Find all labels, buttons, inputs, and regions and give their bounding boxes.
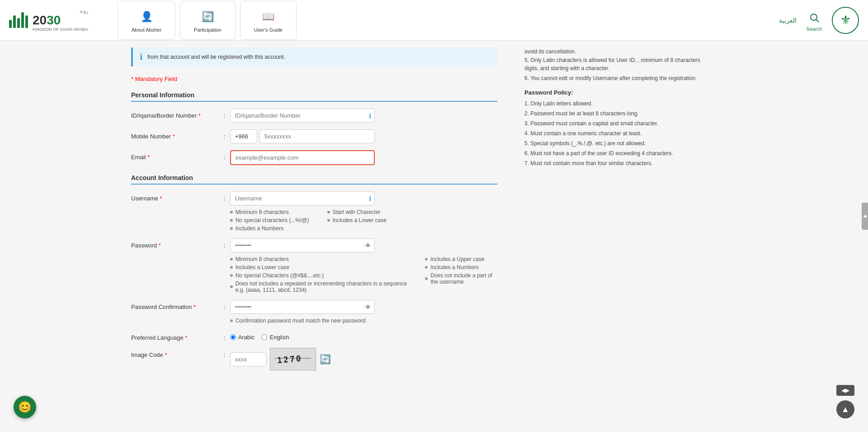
pwd-hint-min8: Minimum 8 characters [230,256,407,262]
mandatory-field: * Mandatory Field [131,76,497,82]
logo-bar-4 [21,12,24,28]
password-confirm-hints: Confirmation password must match the new… [230,318,497,324]
phone-prefix[interactable] [230,129,257,143]
id-info-icon[interactable]: ℹ [369,112,371,119]
password-eye-icon[interactable]: 👁 [365,242,371,249]
expand-contract-button[interactable]: ◀▶ [836,385,854,391]
password-confirm-label: Password Confirmation * [131,300,222,310]
mobile-input-area [230,129,497,143]
username-input[interactable] [230,191,375,205]
form-area: ℹ from that account and will be register… [118,41,511,391]
arabic-toggle[interactable]: العربية [779,17,797,24]
hint-includes-numbers: Includes a Numbers [230,225,309,232]
image-code-colon: : [222,348,230,358]
id-colon: : [222,109,230,119]
svg-line-1 [816,19,819,22]
confirm-hint: Confirmation password must match the new… [230,318,366,324]
arabic-radio-item[interactable]: Arabic [230,334,255,341]
hint-lower-case: Includes a Lower case [327,217,387,223]
info-icon: ℹ [140,52,143,62]
logo-area: رؤية 2030 KINGDOM OF SAUDI ARABIA [9,8,88,32]
hint-start-char: Start with Charecter [327,209,387,215]
nav-icons: 👤 About Absher 🔄 Participation 📖 User's … [115,1,299,40]
password-confirm-input[interactable] [230,300,375,314]
password-policy-list: 1. Only Latin letters allowed. 2. Passwo… [524,100,701,167]
english-radio[interactable] [261,334,267,340]
sidebar-toggle-icon: ◀ [863,214,867,218]
pwd-hint-no-username: Does not include a part of the username [425,272,497,285]
policy-item-5: 5. Special symbols (_.%.!.@. etc.) are n… [524,139,701,147]
sidebar-rule-5: 5. Only Latin characters is allowed for … [524,56,701,72]
password-confirm-eye-icon[interactable]: 👁 [365,304,371,311]
password-label: Password * [131,238,222,249]
about-absher-icon: 👤 [138,8,155,25]
username-hints-col1: Minimum 8 characters No special characte… [230,209,309,232]
username-hints-col2: Start with Charecter Includes a Lower ca… [327,209,387,232]
policy-item-3: 3. Password must contain a capital and s… [524,119,701,128]
personal-info-header: Personal Information [131,91,497,102]
policy-item-1: 1. Only Latin letters allowed. [524,100,701,108]
hint-dot [230,266,233,269]
english-radio-item[interactable]: English [261,334,289,341]
policy-item-4: 4. Must contain a one numeric character … [524,129,701,138]
header: رؤية 2030 KINGDOM OF SAUDI ARABIA 👤 Abou… [0,0,868,41]
account-info-header: Account Information [131,174,497,185]
policy-item-7: 7. Must not contain more than four simil… [524,159,701,167]
id-input[interactable] [230,109,375,123]
logo-bar-1 [9,20,12,28]
participation-label: Participation [194,27,222,33]
password-confirm-colon: : [222,300,230,310]
policy-item-6: 6. Must not have a part of the user ID e… [524,149,701,157]
sidebar-intro: avoid its cancellation. [524,47,701,56]
expand-contract-icon: ◀▶ [841,387,849,391]
users-guide-label: User's Guide [254,27,283,33]
svg-text:1270: 1270 [277,353,302,365]
captcha-image: 1270 [270,348,316,370]
saudi-emblem: ⚜ [832,7,859,34]
arabic-radio[interactable] [230,334,236,340]
id-input-wrapper: ℹ [230,109,375,123]
info-banner: ℹ from that account and will be register… [131,47,497,66]
header-right: العربية Search ⚜ [779,7,859,34]
email-row: Email * : [131,150,497,165]
hint-dot [327,219,330,222]
hint-min8-chars: Minimum 8 characters [230,209,309,215]
password-confirm-hints-col1: Confirmation password must match the new… [230,318,366,324]
sidebar-rules: 5. Only Latin characters is allowed for … [524,56,701,82]
password-colon: : [222,238,230,249]
nav-about-absher[interactable]: 👤 About Absher [118,1,175,40]
svg-point-0 [811,14,817,20]
username-input-area: ℹ Minimum 8 characters No special charac… [230,191,497,232]
refresh-captcha-icon[interactable]: 🔄 [320,354,331,365]
vision-2030: 2030 [33,14,88,28]
hint-dot [230,211,233,214]
password-input[interactable] [230,238,375,252]
vision-text: رؤية 2030 KINGDOM OF SAUDI ARABIA [33,8,88,32]
image-code-row: Image Code * : 1270 🔄 [131,348,497,370]
sidebar-edge-toggle[interactable]: ◀ [862,203,868,230]
hint-dot [230,274,233,277]
nav-users-guide[interactable]: 📖 User's Guide [240,1,297,40]
hint-dot [230,258,233,261]
email-input[interactable] [230,150,375,165]
logo-bar-2 [13,15,16,28]
password-input-wrapper: 👁 [230,238,375,252]
logo-bar-5 [25,15,28,28]
search-button[interactable]: Search [806,9,823,32]
search-label: Search [807,26,822,32]
hint-dot [425,258,428,261]
language-input-area: Arabic English [230,331,497,341]
image-code-input[interactable] [230,352,266,366]
mobile-label: Mobile Number * [131,129,222,140]
password-row: Password * : 👁 Minimum 8 characters [131,238,497,293]
about-absher-label: About Absher [132,27,161,33]
username-input-wrapper: ℹ [230,191,375,205]
nav-participation[interactable]: 🔄 Participation [180,1,236,40]
phone-number-input[interactable] [259,129,375,143]
language-radio-group: Arabic English [230,331,497,341]
email-input-area [230,150,497,165]
language-row: Preferred Language * : Arabic English [131,331,497,341]
vision-sub: KINGDOM OF SAUDI ARABIA [33,28,88,32]
username-info-icon[interactable]: ℹ [369,195,371,202]
password-confirm-input-area: 👁 Confirmation password must match the n… [230,300,497,324]
